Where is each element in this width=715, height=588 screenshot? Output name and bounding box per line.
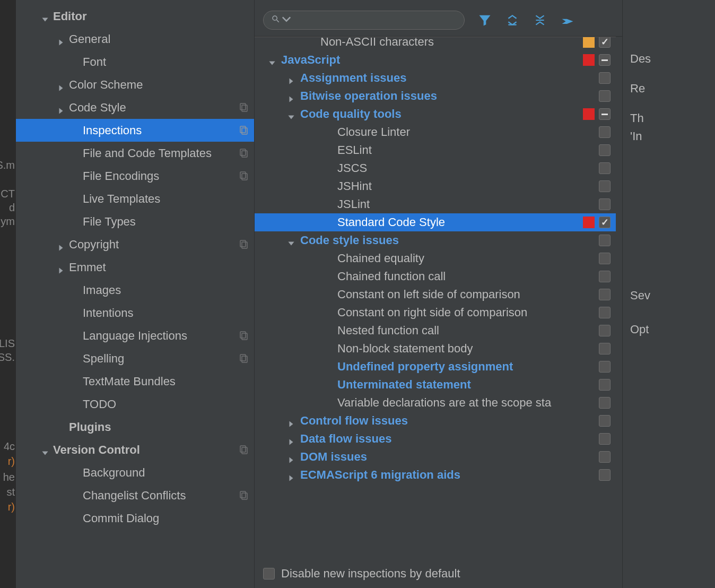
inspection-checkbox[interactable] (599, 72, 611, 84)
inspection-nested-function-call[interactable]: Nested function call (255, 322, 616, 340)
inspection-checkbox[interactable] (599, 307, 611, 318)
gutter-text: st (6, 486, 15, 498)
sidebar-item-label: Editor (53, 10, 249, 23)
sidebar-item-live-templates[interactable]: Live Templates (16, 187, 254, 210)
sidebar-item-version-control[interactable]: Version Control (16, 438, 254, 461)
inspection-checkbox[interactable] (599, 361, 611, 373)
inspection-checkbox[interactable] (599, 469, 611, 481)
inspection-chained-function-call[interactable]: Chained function call (255, 267, 616, 286)
inspection-checkbox[interactable] (599, 126, 611, 138)
sidebar-item-language-injections[interactable]: Language Injections (16, 324, 254, 347)
inspection-variable-declarations-are-at-the-scope-sta[interactable]: Variable declarations are at the scope s… (255, 394, 616, 412)
sidebar-item-font[interactable]: Font (16, 50, 254, 73)
inspection-checkbox[interactable] (599, 90, 611, 102)
sidebar-item-label: Background (83, 466, 249, 480)
inspection-checkbox[interactable] (599, 433, 611, 445)
inspection-checkbox[interactable] (599, 289, 611, 300)
inspection-checkbox[interactable] (599, 198, 611, 210)
sidebar-item-intentions[interactable]: Intentions (16, 301, 254, 324)
sidebar-item-color-scheme[interactable]: Color Scheme (16, 73, 254, 96)
svg-rect-16 (240, 491, 246, 498)
sidebar-item-label: Live Templates (83, 192, 249, 206)
inspection-checkbox[interactable] (599, 451, 611, 463)
svg-rect-3 (242, 128, 247, 134)
sidebar-item-spelling[interactable]: Spelling (16, 347, 254, 370)
inspection-undefined-property-assignment[interactable]: Undefined property assignment (255, 358, 616, 376)
inspection-label: Unterminated statement (337, 378, 599, 392)
gutter-text: LIS (0, 338, 15, 350)
disable-new-checkbox[interactable] (263, 568, 275, 580)
inspection-jslint[interactable]: JSLint (255, 195, 616, 213)
sidebar-item-commit-dialog[interactable]: Commit Dialog (16, 507, 254, 530)
sidebar-item-textmate-bundles[interactable]: TextMate Bundles (16, 370, 254, 393)
inspection-assignment-issues[interactable]: Assignment issues (255, 69, 616, 87)
inspection-checkbox[interactable] (599, 180, 611, 192)
sidebar-item-emmet[interactable]: Emmet (16, 256, 254, 279)
inspection-unterminated-statement[interactable]: Unterminated statement (255, 376, 616, 394)
sidebar-item-changelist-conflicts[interactable]: Changelist Conflicts (16, 484, 254, 507)
sidebar-item-label: File Encodings (83, 169, 238, 183)
inspection-checkbox[interactable] (599, 54, 611, 66)
sidebar-item-code-style[interactable]: Code Style (16, 96, 254, 119)
inspection-checkbox[interactable] (599, 162, 611, 174)
inspection-chained-equality[interactable]: Chained equality (255, 249, 616, 267)
inspection-non-ascii-characters[interactable]: Non-ASCII characters (255, 37, 616, 51)
inspection-checkbox[interactable] (599, 37, 611, 48)
sidebar-item-file-and-code-templates[interactable]: File and Code Templates (16, 142, 254, 165)
inspection-constant-on-right-side-of-comparison[interactable]: Constant on right side of comparison (255, 304, 616, 322)
search-input[interactable] (263, 11, 465, 30)
sidebar-item-file-types[interactable]: File Types (16, 210, 254, 233)
description-text: Re (630, 82, 645, 96)
inspection-bitwise-operation-issues[interactable]: Bitwise operation issues (255, 87, 616, 105)
inspection-checkbox[interactable] (599, 325, 611, 336)
inspection-label: Variable declarations are at the scope s… (337, 396, 599, 410)
filter-icon[interactable] (477, 13, 492, 28)
inspection-checkbox[interactable] (599, 108, 611, 120)
sidebar-item-label: Color Scheme (69, 78, 249, 92)
sidebar-item-copyright[interactable]: Copyright (16, 233, 254, 256)
sidebar-item-inspections[interactable]: Inspections (16, 119, 254, 142)
inspection-standard-code-style[interactable]: Standard Code Style (255, 213, 616, 231)
inspection-ecmascript-6-migration-aids[interactable]: ECMAScript 6 migration aids (255, 466, 616, 484)
sidebar-item-todo[interactable]: TODO (16, 393, 254, 416)
inspection-javascript[interactable]: JavaScript (255, 51, 616, 69)
inspection-checkbox[interactable] (599, 397, 611, 409)
inspection-code-style-issues[interactable]: Code style issues (255, 231, 616, 249)
inspection-code-quality-tools[interactable]: Code quality tools (255, 105, 616, 123)
inspection-checkbox[interactable] (599, 217, 611, 228)
inspection-label: JSCS (337, 161, 599, 175)
inspection-checkbox[interactable] (599, 343, 611, 354)
inspection-jscs[interactable]: JSCS (255, 159, 616, 177)
inspection-jshint[interactable]: JSHint (255, 177, 616, 195)
sidebar-item-keymap[interactable]: Keymap (16, 0, 254, 5)
inspection-dom-issues[interactable]: DOM issues (255, 448, 616, 466)
inspection-checkbox[interactable] (599, 253, 611, 264)
collapse-all-icon[interactable] (533, 13, 547, 28)
inspection-label: Data flow issues (300, 432, 599, 446)
description-text: Opt (630, 323, 649, 336)
sidebar-item-images[interactable]: Images (16, 279, 254, 301)
inspection-eslint[interactable]: ESLint (255, 141, 616, 159)
inspection-checkbox[interactable] (599, 271, 611, 282)
sidebar-item-background[interactable]: Background (16, 461, 254, 484)
inspection-constant-on-left-side-of-comparison[interactable]: Constant on left side of comparison (255, 286, 616, 304)
sidebar-item-general[interactable]: General (16, 28, 254, 50)
right-arrow-icon (287, 435, 295, 443)
inspection-label: Code style issues (300, 234, 599, 247)
inspection-control-flow-issues[interactable]: Control flow issues (255, 412, 616, 430)
inspection-closure-linter[interactable]: Closure Linter (255, 123, 616, 141)
sidebar-item-file-encodings[interactable]: File Encodings (16, 165, 254, 187)
svg-rect-13 (242, 356, 247, 362)
sidebar-item-editor[interactable]: Editor (16, 5, 254, 28)
inspection-checkbox[interactable] (599, 144, 611, 156)
svg-rect-14 (240, 446, 246, 452)
reset-icon[interactable] (560, 13, 575, 28)
inspection-checkbox[interactable] (599, 235, 611, 246)
inspection-non-block-statement-body[interactable]: Non-block statement body (255, 340, 616, 358)
inspection-data-flow-issues[interactable]: Data flow issues (255, 430, 616, 448)
gutter-text: he (3, 471, 15, 483)
inspection-checkbox[interactable] (599, 379, 611, 391)
inspection-checkbox[interactable] (599, 415, 611, 427)
expand-all-icon[interactable] (505, 13, 520, 28)
sidebar-item-plugins[interactable]: Plugins (16, 416, 254, 438)
